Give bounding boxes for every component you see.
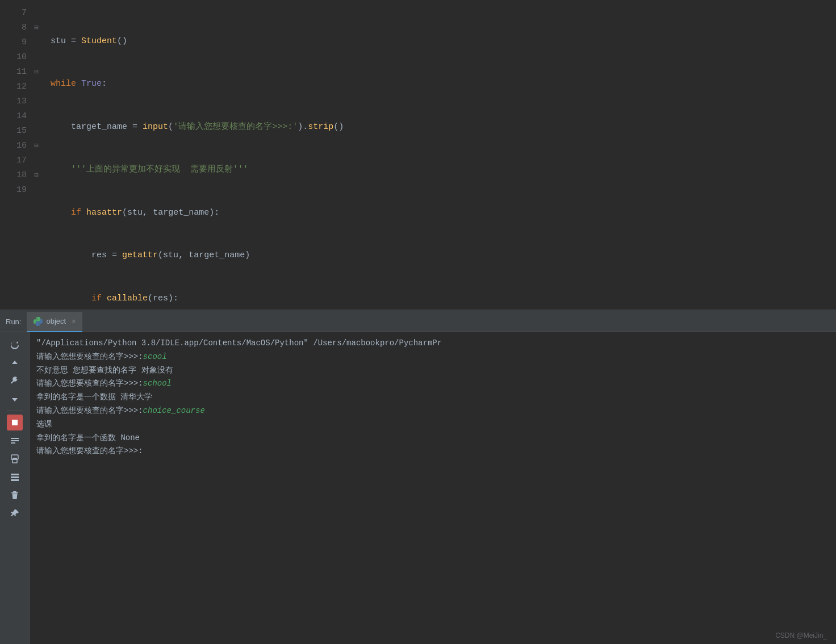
line-num-7: 7: [9, 6, 27, 20]
print-icon: [10, 454, 19, 463]
fold-marker-11[interactable]: ⊟: [31, 65, 41, 80]
svg-rect-8: [11, 476, 19, 478]
stop-button[interactable]: [7, 415, 23, 430]
output-input-2: school: [143, 379, 172, 388]
close-tab-button[interactable]: ×: [72, 317, 76, 325]
line-num-9: 9: [9, 35, 27, 50]
output-line-3: 请输入您想要核查的名字>>>:choice_course: [36, 404, 829, 418]
line-num-12: 12: [9, 80, 27, 94]
output-response-2: 拿到的名字是一个数据 清华大学: [36, 391, 829, 404]
svg-rect-11: [11, 492, 18, 494]
line-num-19: 19: [9, 183, 27, 198]
code-lines[interactable]: stu = Student() while True: target_name …: [41, 0, 836, 310]
code-line-10: '''上面的异常更加不好实现 需要用反射''': [51, 162, 827, 177]
code-line-8: while True:: [51, 77, 827, 91]
code-line-12: res = getattr(stu, target_name): [51, 248, 827, 263]
svg-rect-5: [12, 459, 17, 463]
fold-marker-7: [31, 6, 41, 20]
svg-rect-0: [12, 420, 18, 425]
svg-rect-7: [11, 474, 19, 475]
code-line-13: if callable(res):: [51, 291, 827, 306]
delete-button[interactable]: [7, 487, 23, 503]
fold-marker-8[interactable]: ⊟: [31, 20, 41, 35]
line-num-11: 11: [9, 65, 27, 80]
python-icon: [34, 317, 43, 326]
line-numbers: 7 8 9 10 11 12 13 14 15 16 17 18 19: [0, 0, 31, 310]
output-line-1: 请输入您想要核查的名字>>>:scool: [36, 350, 829, 364]
fold-marker-16[interactable]: ⊟: [31, 139, 41, 153]
fold-marker-18[interactable]: ⊟: [31, 168, 41, 183]
run-body: "/Applications/Python 3.8/IDLE.app/Conte…: [0, 332, 836, 644]
fold-marker-15: [31, 124, 41, 139]
svg-rect-6: [12, 458, 17, 459]
toolbar-sep-1: [7, 411, 23, 411]
fold-marker-19: [31, 183, 41, 198]
up-arrow-icon: [10, 358, 19, 367]
down-arrow-icon: [10, 395, 19, 404]
output-input-1: scool: [143, 352, 167, 361]
code-line-11: if hasattr(stu, target_name):: [51, 206, 827, 220]
output-prompt-1: 请输入您想要核查的名字>>>:: [36, 352, 143, 361]
run-tab-name: object: [46, 317, 66, 325]
sort-icon: [10, 472, 19, 482]
output-prompt-4: 请输入您想要核查的名字>>>:: [36, 446, 143, 455]
wrench-icon: [10, 377, 19, 386]
code-editor: 7 8 9 10 11 12 13 14 15 16 17 18 19 ⊟ ⊟ …: [0, 0, 836, 310]
svg-rect-10: [13, 491, 16, 492]
pin-button[interactable]: [7, 505, 23, 521]
code-line-7: stu = Student(): [51, 34, 827, 49]
print-button[interactable]: [7, 451, 23, 467]
run-panel-header: Run: object ×: [0, 312, 836, 332]
fold-marker-14: [31, 109, 41, 124]
line-num-8: 8: [9, 20, 27, 35]
output-print-3: 选课: [36, 418, 829, 432]
line-num-16: 16: [9, 139, 27, 153]
run-toolbar: [0, 332, 30, 644]
scroll-down-button[interactable]: [7, 391, 23, 407]
fold-marker-17: [31, 153, 41, 168]
output-line-4: 请输入您想要核查的名字>>>:: [36, 445, 829, 458]
svg-rect-9: [11, 479, 19, 481]
line-num-14: 14: [9, 109, 27, 124]
trash-icon: [10, 491, 19, 500]
multiline-button[interactable]: [7, 433, 23, 449]
line-num-17: 17: [9, 153, 27, 168]
stop-icon: [10, 418, 19, 427]
settings-button[interactable]: [7, 373, 23, 389]
svg-rect-1: [11, 438, 19, 439]
fold-gutter: ⊟ ⊟ ⊟ ⊟: [31, 0, 41, 310]
output-prompt-3: 请输入您想要核查的名字>>>:: [36, 406, 143, 415]
watermark: CSDN @MeiJin_: [775, 632, 827, 639]
line-num-18: 18: [9, 168, 27, 183]
fold-marker-9: [31, 35, 41, 50]
fold-marker-10: [31, 50, 41, 65]
svg-rect-2: [11, 440, 19, 441]
run-tab[interactable]: object ×: [27, 312, 82, 332]
run-label: Run:: [0, 317, 27, 326]
output-line-2: 请输入您想要核查的名字>>>:school: [36, 377, 829, 391]
multiline-icon: [10, 436, 19, 445]
line-num-13: 13: [9, 94, 27, 109]
run-output[interactable]: "/Applications/Python 3.8/IDLE.app/Conte…: [30, 332, 836, 644]
code-line-9: target_name = input('请输入您想要核查的名字>>>:').s…: [51, 120, 827, 135]
scroll-up-button[interactable]: [7, 355, 23, 371]
fold-marker-12: [31, 80, 41, 94]
output-response-1: 不好意思 您想要查找的名字 对象没有: [36, 364, 829, 378]
output-cmd-line: "/Applications/Python 3.8/IDLE.app/Conte…: [36, 337, 829, 350]
rerun-icon: [10, 340, 19, 349]
output-prompt-2: 请输入您想要核查的名字>>>:: [36, 379, 143, 388]
fold-marker-13: [31, 94, 41, 109]
line-num-15: 15: [9, 124, 27, 139]
sort-button[interactable]: [7, 469, 23, 485]
run-panel: Run: object ×: [0, 312, 836, 644]
svg-rect-3: [11, 442, 15, 444]
line-num-10: 10: [9, 50, 27, 65]
rerun-button[interactable]: [7, 337, 23, 353]
output-response-3: 拿到的名字是一个函数 None: [36, 432, 829, 445]
output-input-3: choice_course: [143, 406, 205, 415]
pin-icon: [10, 509, 19, 518]
